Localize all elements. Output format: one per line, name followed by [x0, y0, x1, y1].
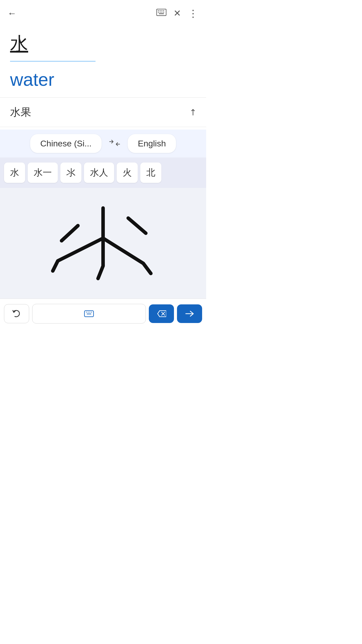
expand-icon: ↗ [187, 106, 199, 118]
suggestion-row[interactable]: 水果 ↗ [0, 97, 206, 127]
svg-rect-13 [90, 312, 92, 313]
svg-rect-11 [86, 312, 87, 313]
back-button[interactable]: ← [8, 9, 17, 18]
svg-rect-12 [88, 312, 90, 313]
source-language-button[interactable]: Chinese (Si... [30, 134, 102, 153]
language-selector: Chinese (Si... English [0, 130, 206, 157]
top-bar-left: ← [8, 9, 17, 18]
svg-rect-1 [158, 10, 159, 11]
svg-rect-7 [161, 12, 162, 13]
delete-button[interactable] [149, 304, 174, 323]
language-swap-button[interactable] [102, 138, 128, 149]
svg-rect-14 [87, 313, 91, 314]
suggestion-text: 水果 [10, 105, 31, 119]
char-suggestion-2[interactable]: 氺 [60, 163, 81, 183]
char-suggestion-4[interactable]: 火 [117, 163, 138, 183]
char-suggestion-5[interactable]: 北 [140, 163, 161, 183]
source-text: 水 [10, 32, 196, 56]
handwriting-canvas[interactable] [0, 188, 206, 299]
close-button[interactable]: ✕ [173, 8, 181, 19]
more-options-button[interactable]: ⋮ [188, 8, 199, 19]
enter-button[interactable] [177, 304, 202, 323]
keyboard-toggle-button[interactable] [156, 9, 166, 18]
translation-area: 水 water [0, 22, 206, 90]
target-text: water [10, 69, 196, 90]
undo-button[interactable] [4, 304, 29, 323]
space-button[interactable] [32, 304, 146, 324]
drawing-area[interactable] [0, 188, 206, 299]
svg-rect-9 [159, 13, 164, 14]
bottom-bar [0, 299, 206, 329]
char-suggestion-1[interactable]: 水一 [28, 163, 58, 183]
source-divider [10, 61, 96, 62]
top-bar-right: ✕ ⋮ [156, 8, 199, 19]
top-bar: ← ✕ ⋮ [0, 0, 206, 22]
char-suggestion-0[interactable]: 水 [4, 163, 25, 183]
svg-rect-5 [158, 12, 159, 13]
char-suggestion-3[interactable]: 水人 [84, 163, 114, 183]
svg-rect-4 [163, 10, 164, 11]
svg-rect-6 [160, 12, 161, 13]
svg-rect-8 [163, 12, 164, 13]
svg-rect-3 [161, 10, 162, 11]
char-suggestions-bar: 水 水一 氺 水人 火 北 [0, 157, 206, 188]
target-language-button[interactable]: English [128, 134, 176, 153]
svg-rect-2 [160, 10, 161, 11]
